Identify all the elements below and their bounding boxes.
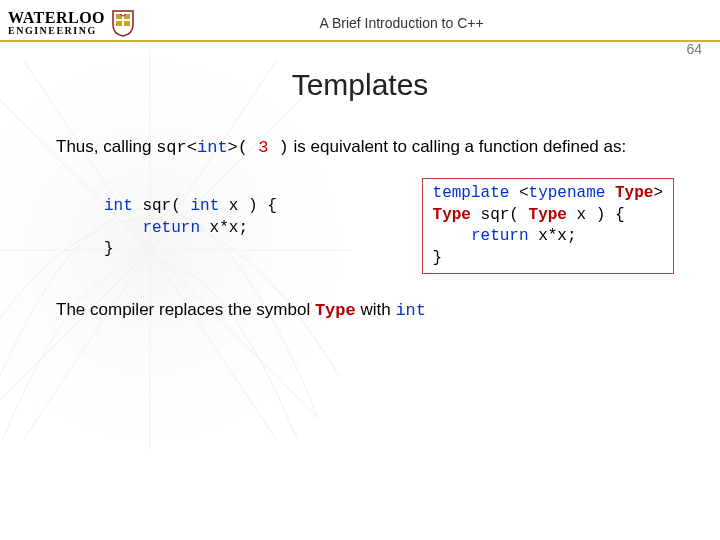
text: is equivalent to calling a function defi… (289, 137, 626, 156)
header-bar: WATERLOO ENGINEERING A Brief Introductio… (0, 0, 720, 40)
code-row: int sqr( int x ) { return x*x; } templat… (56, 178, 664, 274)
code-keyword: int (197, 138, 228, 157)
paragraph-1: Thus, calling sqr<int>( 3 ) is equivalen… (56, 136, 664, 160)
content-area: Thus, calling sqr<int>( 3 ) is equivalen… (0, 136, 720, 320)
text: Thus, calling (56, 137, 156, 156)
code-inline: sqr< (156, 138, 197, 157)
logo-line1: WATERLOO (8, 11, 105, 25)
paragraph-2: The compiler replaces the symbol Type wi… (56, 300, 664, 320)
code-type: Type (315, 301, 356, 320)
logo-line2: ENGINEERING (8, 26, 105, 35)
text: with (356, 300, 396, 319)
code-inline: >( (228, 138, 248, 157)
code-inline: ) (279, 138, 289, 157)
doc-title: A Brief Introduction to C++ (95, 15, 708, 31)
code-number: 3 (248, 138, 279, 157)
code-keyword: int (395, 301, 426, 320)
code-block-left: int sqr( int x ) { return x*x; } (104, 178, 277, 261)
code-block-right: template <typename Type> Type sqr( Type … (422, 178, 674, 274)
text: The compiler replaces the symbol (56, 300, 315, 319)
